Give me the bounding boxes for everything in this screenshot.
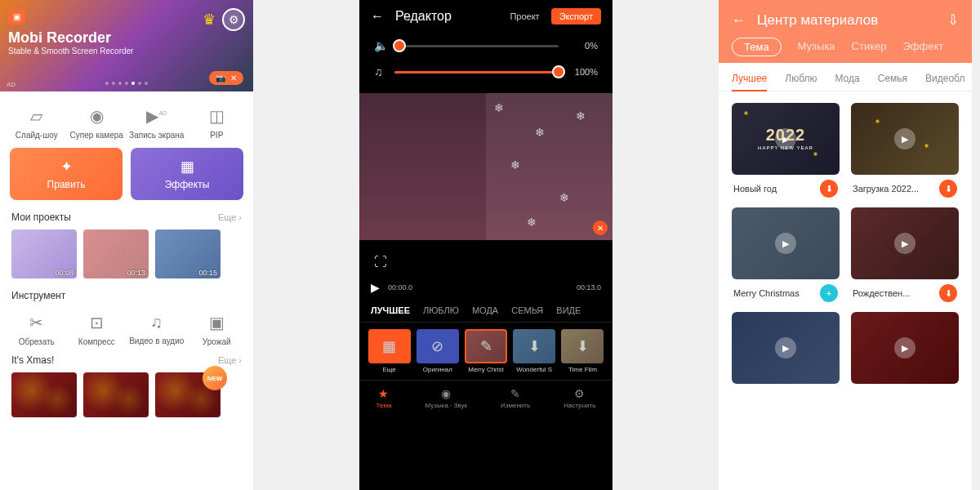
- tool-pip[interactable]: ◫PIP: [188, 106, 245, 140]
- xmas-thumb[interactable]: [11, 372, 77, 417]
- effects-button[interactable]: ▦Эффекты: [131, 148, 243, 200]
- close-preview-icon[interactable]: ✕: [593, 220, 608, 235]
- card-title: Merry Christmas: [733, 288, 800, 298]
- project-duration: 00:08: [55, 269, 74, 277]
- instrument-title: Инструмент: [11, 290, 65, 301]
- video-preview[interactable]: ❄❄❄❄❄❄ ✕: [359, 93, 612, 240]
- xmas-thumb[interactable]: NEW: [155, 372, 220, 417]
- tool-camera[interactable]: ◉Супер камера: [68, 106, 125, 140]
- promo-banner[interactable]: ▣ ♛ ⚙ Mobi Recorder Stable & Smooth Scre…: [0, 0, 253, 91]
- store-icon: ▦: [180, 158, 194, 176]
- cat-tab-video[interactable]: ВИДЕ: [556, 305, 581, 315]
- projects-title: Мои проекты: [11, 212, 71, 223]
- xmas-more[interactable]: Еще ›: [218, 355, 242, 365]
- tool-label: PIP: [210, 131, 223, 140]
- tool-slideshow[interactable]: ▱Слайд-шоу: [8, 106, 65, 140]
- tool-cut[interactable]: ✂Обрезать: [8, 313, 65, 346]
- tab-theme[interactable]: Тема: [732, 38, 782, 56]
- cat-tab-best[interactable]: ЛУЧШЕЕ: [371, 305, 410, 315]
- audio-volume-slider[interactable]: [399, 45, 559, 47]
- music-volume-slider[interactable]: [394, 71, 559, 74]
- subtab-love[interactable]: Люблю: [785, 73, 817, 84]
- material-card[interactable]: ▶: [732, 312, 840, 384]
- materials-title: Центр материалов: [757, 12, 936, 29]
- settings-gear-icon[interactable]: ⚙: [222, 8, 245, 31]
- download-button[interactable]: ⬇: [820, 180, 838, 198]
- brush-icon: ✎: [510, 387, 520, 400]
- tool-crop[interactable]: ▣Урожай: [188, 313, 245, 346]
- subtab-family[interactable]: Семья: [878, 73, 907, 84]
- theme-label: Wonderful S: [516, 366, 552, 373]
- nav-label: Музыка · Звук: [425, 402, 467, 409]
- tool-screenrec[interactable]: ▶ADЗапись экрана: [128, 106, 185, 140]
- projects-more[interactable]: Еще ›: [218, 212, 242, 222]
- add-button[interactable]: +: [820, 284, 838, 302]
- download-icon: ⬇: [561, 329, 604, 363]
- project-button[interactable]: Проект: [510, 11, 539, 21]
- play-icon: ▶: [775, 128, 796, 149]
- subtab-best[interactable]: Лучшее: [732, 73, 767, 84]
- download-all-icon[interactable]: ⇩: [947, 11, 959, 29]
- theme-xmas[interactable]: ✎Merry Christ: [464, 329, 507, 373]
- material-card[interactable]: ▶ Новый год⬇: [732, 103, 840, 198]
- banner-title: Mobi Recorder: [8, 29, 245, 47]
- tool-compress[interactable]: ⊡Компресс: [68, 313, 125, 346]
- back-button[interactable]: ←: [732, 12, 746, 29]
- crop-icon: ▣: [209, 313, 225, 332]
- material-card[interactable]: ▶ Загрузка 2022...⬇: [851, 103, 959, 198]
- card-title: Новый год: [733, 184, 777, 194]
- material-card[interactable]: ▶ Merry Christmas+: [732, 207, 840, 302]
- effects-button-label: Эффекты: [165, 179, 210, 190]
- time-current: 00:00.0: [388, 283, 412, 292]
- theme-timefilm[interactable]: ⬇Time Film: [561, 329, 604, 373]
- tab-effect[interactable]: Эффект: [903, 40, 944, 56]
- cat-tab-family[interactable]: СЕМЬЯ: [511, 305, 543, 315]
- subtab-videoblog[interactable]: Видеобл: [925, 73, 964, 84]
- theme-wonderful[interactable]: ⬇Wonderful S: [513, 329, 556, 373]
- carousel-dots: [105, 82, 148, 85]
- fullscreen-button[interactable]: ⛶: [359, 248, 612, 276]
- theme-label: Оригинал: [423, 366, 452, 373]
- project-duration: 00:13: [127, 269, 145, 277]
- cat-tab-love[interactable]: ЛЮБЛЮ: [423, 305, 459, 315]
- nav-theme[interactable]: ★Тема: [376, 387, 392, 409]
- tools-row: ▱Слайд-шоу ◉Супер камера ▶ADЗапись экран…: [0, 91, 253, 148]
- cat-tab-fashion[interactable]: МОДА: [472, 305, 498, 315]
- project-thumb[interactable]: 00:15: [155, 229, 220, 278]
- play-button[interactable]: ▶: [371, 281, 380, 294]
- editor-screen: ← Редактор Проект Экспорт 🔈 0% ♫ 100% ❄❄…: [359, 0, 612, 490]
- subtab-fashion[interactable]: Мода: [835, 73, 859, 84]
- music-volume-value: 100%: [570, 67, 598, 77]
- download-button[interactable]: ⬇: [939, 180, 957, 198]
- tool-audio[interactable]: ♫Видео в аудио: [128, 313, 185, 346]
- banner-subtitle: Stable & Smooth Screen Recorder: [8, 47, 245, 56]
- nav-settings[interactable]: ⚙Настроить: [564, 387, 595, 409]
- project-thumb[interactable]: 00:08: [11, 229, 77, 278]
- export-button[interactable]: Экспорт: [551, 8, 601, 24]
- camera-icon: ◉: [90, 106, 104, 126]
- category-tabs: ЛУЧШЕЕ ЛЮБЛЮ МОДА СЕМЬЯ ВИДЕ: [359, 299, 612, 323]
- nav-music[interactable]: ◉Музыка · Звук: [425, 387, 467, 409]
- material-card[interactable]: ▶: [851, 312, 959, 384]
- tab-sticker[interactable]: Стикер: [852, 40, 887, 56]
- xmas-thumb[interactable]: [83, 372, 149, 417]
- theme-original[interactable]: ⊘Оригинал: [416, 329, 459, 373]
- editor-title: Редактор: [395, 9, 498, 24]
- theme-more[interactable]: ▦Еще: [368, 329, 411, 373]
- tool-label: Компресс: [78, 337, 115, 346]
- banner-pill[interactable]: 📷✕: [209, 71, 243, 85]
- material-card[interactable]: ▶ Рождествен...⬇: [851, 207, 959, 302]
- wand-icon: ✦: [60, 158, 73, 176]
- tab-music[interactable]: Музыка: [798, 40, 835, 56]
- download-button[interactable]: ⬇: [939, 284, 957, 302]
- project-thumb[interactable]: 00:13: [83, 229, 149, 278]
- nav-label: Тема: [376, 402, 392, 409]
- edit-button[interactable]: ✦Править: [10, 148, 122, 200]
- compress-icon: ⊡: [90, 313, 104, 332]
- back-button[interactable]: ←: [371, 9, 384, 24]
- crown-icon[interactable]: ♛: [203, 11, 216, 29]
- play-icon: ▶: [775, 337, 796, 359]
- download-icon: ⬇: [513, 329, 555, 363]
- nav-edit[interactable]: ✎Изменить: [501, 387, 530, 409]
- edit-button-label: Править: [47, 179, 86, 190]
